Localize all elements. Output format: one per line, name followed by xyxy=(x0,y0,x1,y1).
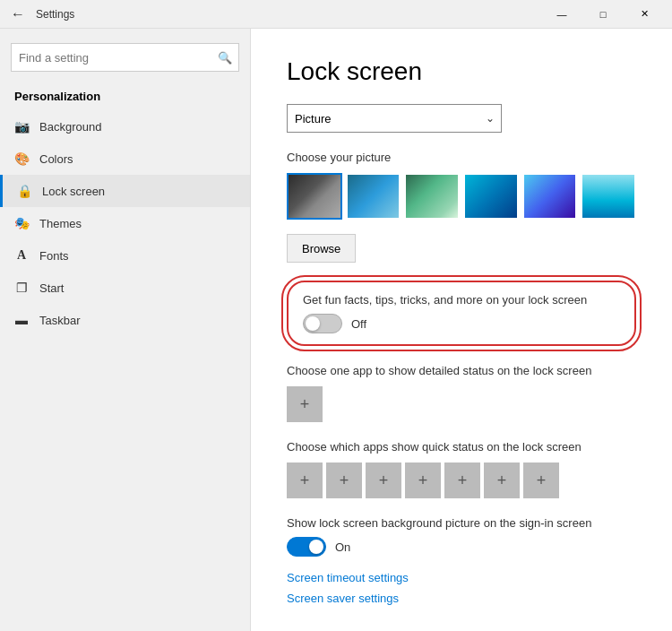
fonts-icon: A xyxy=(14,248,29,263)
sign-in-label: Show lock screen background picture on t… xyxy=(287,516,636,530)
picture-thumb-4[interactable] xyxy=(463,173,519,220)
picture-thumb-5[interactable] xyxy=(522,173,578,220)
search-box-container: 🔍 xyxy=(11,43,239,72)
screen-saver-link[interactable]: Screen saver settings xyxy=(287,592,399,605)
quick-status-slot-4[interactable]: + xyxy=(405,462,441,498)
thumb-image-1 xyxy=(289,175,340,218)
sidebar-item-background-label: Background xyxy=(39,120,101,134)
close-button[interactable]: ✕ xyxy=(624,0,665,29)
sign-in-toggle-thumb xyxy=(309,540,323,554)
add-quick-app-icon-1: + xyxy=(300,471,310,490)
fun-facts-toggle[interactable] xyxy=(303,314,342,333)
quick-status-label: Choose which apps show quick status on t… xyxy=(287,440,636,454)
quick-status-slots: + + + + + + + xyxy=(287,462,636,498)
content-area: Lock screen Picture Slideshow Windows sp… xyxy=(251,29,672,631)
picture-thumb-6[interactable] xyxy=(581,173,636,220)
quick-status-slot-2[interactable]: + xyxy=(326,462,362,498)
sidebar-item-start[interactable]: ❐ Start xyxy=(0,272,250,304)
search-icon: 🔍 xyxy=(218,51,232,65)
screen-timeout-link[interactable]: Screen timeout settings xyxy=(287,571,409,584)
page-title: Lock screen xyxy=(287,57,636,86)
background-icon: 📷 xyxy=(14,119,29,134)
fun-facts-toggle-row: Off xyxy=(303,314,620,333)
sidebar: 🔍 Personalization 📷 Background 🎨 Colors … xyxy=(0,29,251,631)
quick-status-slot-1[interactable]: + xyxy=(287,462,323,498)
title-bar-title: Settings xyxy=(36,8,74,21)
sidebar-item-background[interactable]: 📷 Background xyxy=(0,110,250,143)
quick-status-slot-3[interactable]: + xyxy=(366,462,401,498)
quick-status-slot-5[interactable]: + xyxy=(444,462,480,498)
maximize-button[interactable]: □ xyxy=(582,0,624,29)
quick-status-slot-7[interactable]: + xyxy=(523,462,559,498)
fun-facts-box: Get fun facts, tips, tricks, and more on… xyxy=(287,281,636,346)
sidebar-item-start-label: Start xyxy=(39,281,64,295)
thumb-image-2 xyxy=(348,175,400,218)
fun-facts-toggle-label: Off xyxy=(351,317,366,331)
sidebar-item-taskbar[interactable]: ▬ Taskbar xyxy=(0,304,250,336)
thumb-image-5 xyxy=(524,175,576,218)
sidebar-item-themes-label: Themes xyxy=(39,217,82,230)
add-quick-app-icon-6: + xyxy=(497,471,507,490)
thumb-image-6 xyxy=(582,175,634,218)
sidebar-section-title: Personalization xyxy=(0,86,250,110)
thumb-image-3 xyxy=(406,175,458,218)
add-quick-app-icon-5: + xyxy=(458,471,468,490)
picture-thumb-3[interactable] xyxy=(404,173,460,220)
lock-screen-icon: 🔒 xyxy=(17,184,31,198)
sign-in-toggle-track xyxy=(287,537,326,557)
minimize-button[interactable]: — xyxy=(541,0,582,29)
sidebar-item-taskbar-label: Taskbar xyxy=(39,314,81,327)
sidebar-item-lock-screen[interactable]: 🔒 Lock screen xyxy=(0,175,250,207)
add-quick-app-icon-7: + xyxy=(537,471,547,490)
title-bar: ← Settings — □ ✕ xyxy=(0,0,672,29)
add-quick-app-icon-3: + xyxy=(379,471,389,490)
choose-picture-label: Choose your picture xyxy=(287,151,636,164)
picture-thumb-1[interactable] xyxy=(287,173,342,220)
toggle-thumb xyxy=(306,316,320,331)
browse-button[interactable]: Browse xyxy=(287,234,356,263)
add-quick-app-icon-4: + xyxy=(418,471,428,490)
toggle-track xyxy=(303,314,342,333)
detailed-status-slots: + xyxy=(287,386,636,422)
add-quick-app-icon-2: + xyxy=(340,471,349,490)
title-bar-controls: — □ ✕ xyxy=(541,0,665,29)
picture-grid xyxy=(287,173,636,220)
sign-in-toggle-label: On xyxy=(335,540,350,554)
sign-in-toggle[interactable] xyxy=(287,537,326,557)
taskbar-icon: ▬ xyxy=(14,313,29,327)
colors-icon: 🎨 xyxy=(14,151,29,166)
sidebar-item-lock-screen-label: Lock screen xyxy=(42,185,105,198)
themes-icon: 🎭 xyxy=(14,216,29,230)
quick-status-slot-6[interactable]: + xyxy=(484,462,520,498)
sidebar-item-colors[interactable]: 🎨 Colors xyxy=(0,143,250,175)
picture-type-dropdown-container: Picture Slideshow Windows spotlight ⌄ xyxy=(287,104,636,133)
start-icon: ❐ xyxy=(14,281,29,295)
sidebar-item-fonts-label: Fonts xyxy=(39,249,69,263)
sidebar-item-colors-label: Colors xyxy=(39,152,73,166)
detailed-status-slot-1[interactable]: + xyxy=(287,386,323,422)
detailed-status-label: Choose one app to show detailed status o… xyxy=(287,364,636,377)
picture-thumb-2[interactable] xyxy=(346,173,401,220)
picture-type-dropdown[interactable]: Picture Slideshow Windows spotlight xyxy=(287,104,502,133)
thumb-image-4 xyxy=(465,175,517,218)
sidebar-item-fonts[interactable]: A Fonts xyxy=(0,239,250,272)
fun-facts-label: Get fun facts, tips, tricks, and more on… xyxy=(303,293,620,307)
back-button[interactable]: ← xyxy=(7,3,29,26)
picture-type-dropdown-wrapper: Picture Slideshow Windows spotlight ⌄ xyxy=(287,104,502,133)
main-container: 🔍 Personalization 📷 Background 🎨 Colors … xyxy=(0,29,672,631)
sidebar-item-themes[interactable]: 🎭 Themes xyxy=(0,207,250,239)
sign-in-toggle-row: On xyxy=(287,537,636,557)
search-input[interactable] xyxy=(11,43,239,72)
add-app-icon-1: + xyxy=(300,395,310,414)
